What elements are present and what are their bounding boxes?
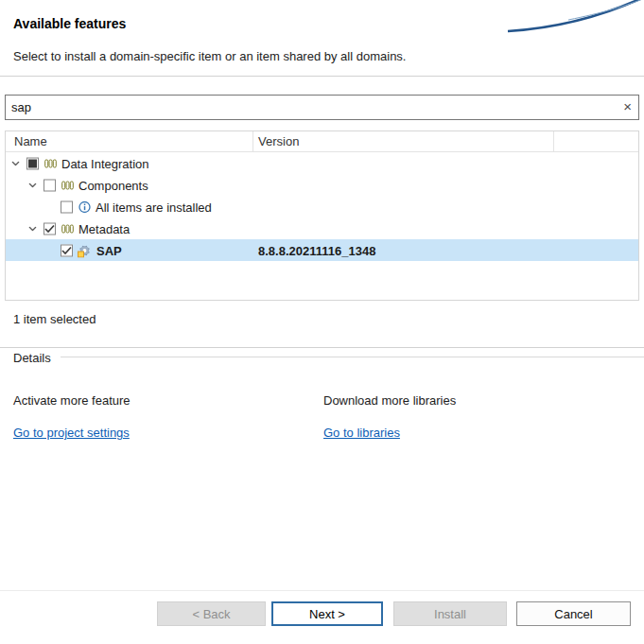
tree-item-label: Data Integration (61, 156, 149, 170)
column-header-version[interactable]: Version (253, 131, 554, 151)
details-group-etched-line (61, 357, 644, 357)
dialog-subtitle: Select to install a domain-specific item… (13, 49, 406, 63)
tree-row-components[interactable]: Components (6, 174, 638, 196)
feature-tree-table: Name Version Data Integration Components (5, 131, 639, 301)
version-cell: 8.8.8.20211116_1348 (258, 243, 375, 257)
clear-search-icon[interactable]: × (623, 99, 632, 113)
libraries-link[interactable]: Go to libraries (323, 426, 400, 440)
checkbox-all-items[interactable] (61, 200, 73, 213)
download-libraries-heading: Download more libraries (323, 393, 456, 408)
details-group-label: Details (13, 351, 51, 365)
banner-swoosh-graphic (502, 0, 644, 37)
tree-item-label: Components (78, 178, 148, 192)
feature-bars-icon (61, 223, 74, 235)
feature-bars-icon (61, 180, 74, 191)
install-button[interactable]: Install (393, 601, 507, 626)
info-icon (78, 200, 91, 213)
header-divider (0, 76, 644, 77)
tree-row-metadata[interactable]: Metadata (6, 218, 638, 239)
tree-item-label: SAP (96, 243, 122, 257)
tree-item-label: Metadata (78, 221, 130, 235)
column-header-name[interactable]: Name (6, 131, 253, 151)
back-button[interactable]: < Back (157, 601, 266, 626)
next-button[interactable]: Next > (271, 601, 383, 626)
tree-item-label: All items are installed (96, 200, 212, 214)
selection-status: 1 item selected (13, 312, 96, 326)
checkbox-sap[interactable] (61, 244, 73, 256)
dialog-title: Available features (13, 16, 126, 31)
search-input[interactable] (5, 95, 639, 120)
chevron-down-icon[interactable] (28, 183, 37, 187)
table-header-row: Name Version (6, 131, 638, 152)
feature-bars-icon (44, 158, 57, 169)
tree-row-data-integration[interactable]: Data Integration (6, 152, 638, 174)
chevron-down-icon[interactable] (11, 161, 20, 165)
tree-row-sap[interactable]: SAP 8.8.8.20211116_1348 (6, 239, 638, 261)
cancel-button[interactable]: Cancel (516, 601, 631, 626)
checkbox-data-integration[interactable] (26, 157, 39, 169)
chevron-down-icon[interactable] (28, 226, 37, 231)
tree-row-all-items-installed[interactable]: All items are installed (6, 196, 638, 218)
checkbox-metadata[interactable] (44, 222, 56, 235)
table-body: Data Integration Components All items ar… (6, 152, 638, 300)
button-bar-divider (0, 590, 644, 591)
project-settings-link[interactable]: Go to project settings (13, 426, 130, 440)
activate-feature-heading: Activate more feature (13, 393, 131, 408)
sap-gear-icon (78, 243, 92, 257)
details-group-divider (0, 347, 644, 348)
checkbox-components[interactable] (44, 179, 56, 191)
